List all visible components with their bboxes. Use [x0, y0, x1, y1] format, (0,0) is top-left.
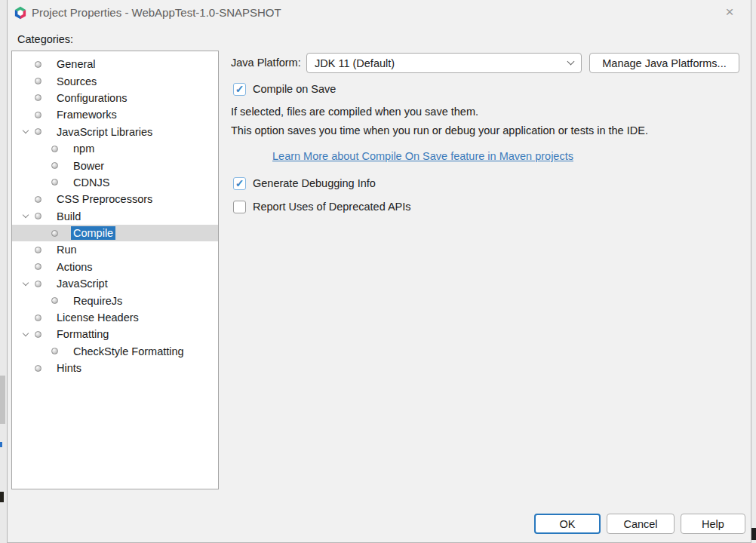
category-bullet-icon [51, 348, 58, 354]
tree-item[interactable]: Configurations [12, 90, 218, 106]
cancel-button[interactable]: Cancel [607, 514, 675, 534]
java-platform-label: Java Platform: [231, 53, 301, 73]
tree-item-label: npm [71, 142, 97, 155]
chevron-down-icon [567, 58, 575, 66]
help-button[interactable]: Help [681, 514, 745, 534]
tree-item-label: CSS Preprocessors [54, 192, 155, 206]
category-bullet-icon [35, 314, 41, 321]
category-bullet-icon [35, 281, 41, 287]
compile-on-save-label: Compile on Save [253, 83, 336, 95]
chevron-down-icon[interactable] [17, 130, 35, 133]
ok-button[interactable]: OK [534, 514, 601, 534]
tree-item-label: Compile [71, 226, 115, 240]
tree-item[interactable]: CDNJS [12, 174, 218, 191]
tree-item[interactable]: Run [12, 241, 218, 258]
category-bullet-icon [35, 247, 41, 253]
tree-item[interactable]: Build [12, 208, 218, 225]
category-bullet-icon [35, 263, 41, 270]
category-bullet-icon [35, 112, 41, 118]
compile-on-save-checkbox[interactable]: ✓ [233, 83, 246, 96]
tree-item[interactable]: RequireJs [12, 292, 218, 308]
learn-more-link[interactable]: Learn More about Compile On Save feature… [272, 150, 573, 162]
tree-item-label: Bower [71, 159, 106, 173]
category-bullet-icon [51, 230, 58, 237]
background-app-strip [0, 0, 7, 543]
tree-item-label: Formatting [54, 327, 111, 341]
category-bullet-icon [35, 213, 41, 219]
title-bar: Project Properties - WebAppTest-1.0-SNAP… [8, 0, 751, 27]
category-bullet-icon [35, 94, 41, 101]
background-corner [751, 528, 756, 540]
tree-item[interactable]: General [12, 56, 218, 72]
report-deprecated-row: ✓ Report Uses of Deprecated APIs [233, 199, 411, 214]
category-bullet-icon [35, 61, 41, 68]
chevron-down-icon[interactable] [17, 333, 35, 336]
category-bullet-icon [51, 179, 58, 186]
generate-debugging-checkbox[interactable]: ✓ [233, 177, 246, 190]
tree-item-label: JavaScript [54, 277, 110, 290]
tree-item-label: Actions [54, 260, 95, 274]
tree-item[interactable]: Frameworks [12, 106, 218, 123]
category-bullet-icon [35, 78, 41, 84]
generate-debugging-label: Generate Debugging Info [253, 177, 376, 189]
background-scrollbar-thumb [0, 376, 5, 424]
compile-on-save-row: ✓ Compile on Save [233, 81, 336, 97]
java-platform-value: JDK 11 (Default) [315, 57, 568, 69]
tree-item-label: Run [54, 243, 79, 256]
tree-item[interactable]: JavaScript [12, 275, 218, 292]
tree-item[interactable]: Formatting [12, 326, 218, 342]
category-bullet-icon [51, 297, 58, 304]
tree-item-label: RequireJs [71, 294, 124, 308]
tree-item[interactable]: CheckStyle Formatting [12, 343, 218, 360]
tree-item-label: License Headers [54, 311, 141, 324]
tree-item[interactable]: Bower [12, 157, 218, 173]
tree-item[interactable]: Compile [12, 225, 218, 241]
category-bullet-icon [35, 128, 41, 135]
report-deprecated-checkbox[interactable]: ✓ [233, 201, 246, 213]
background-speck [0, 492, 4, 502]
tree-item[interactable]: License Headers [12, 309, 218, 326]
info-text-line1: If selected, files are compiled when you… [231, 106, 478, 118]
close-icon[interactable]: × [721, 4, 739, 20]
tree-item[interactable]: Hints [12, 360, 218, 376]
tree-item-label: General [54, 57, 98, 71]
tree-item[interactable]: CSS Preprocessors [12, 191, 218, 207]
window-title: Project Properties - WebAppTest-1.0-SNAP… [32, 6, 281, 19]
tree-item-label: Frameworks [54, 108, 119, 121]
tree-item-label: CheckStyle Formatting [71, 345, 186, 358]
checkmark-icon: ✓ [235, 178, 244, 189]
tree-item-label: Configurations [54, 91, 130, 105]
netbeans-logo-icon [14, 6, 27, 20]
tree-item-label: JavaScript Libraries [54, 125, 155, 139]
chevron-down-icon[interactable] [17, 215, 35, 217]
category-bullet-icon [35, 331, 41, 338]
generate-debugging-row: ✓ Generate Debugging Info [233, 176, 376, 191]
screen: Project Properties - WebAppTest-1.0-SNAP… [0, 0, 756, 543]
tree-item[interactable]: npm [12, 140, 218, 157]
report-deprecated-label: Report Uses of Deprecated APIs [253, 201, 411, 213]
info-text-line2: This option saves you time when you run … [231, 124, 648, 137]
tree-item[interactable]: Sources [12, 72, 218, 89]
tree-item-label: CDNJS [71, 176, 112, 189]
categories-label: Categories: [17, 33, 73, 45]
tree-item[interactable]: Actions [12, 259, 218, 275]
project-properties-dialog: Project Properties - WebAppTest-1.0-SNAP… [7, 0, 751, 543]
category-bullet-icon [51, 146, 58, 152]
categories-tree: General Sources Configurations Framework… [11, 51, 219, 489]
tree-item-label: Build [54, 210, 83, 223]
java-platform-select[interactable]: JDK 11 (Default) [306, 53, 582, 73]
tree-item[interactable]: JavaScript Libraries [12, 124, 218, 140]
background-speck [0, 442, 2, 447]
manage-java-platforms-button[interactable]: Manage Java Platforms... [589, 53, 739, 73]
category-bullet-icon [35, 365, 41, 372]
checkmark-icon: ✓ [235, 84, 244, 94]
tree-item-label: Sources [54, 75, 99, 88]
category-bullet-icon [35, 196, 41, 203]
category-bullet-icon [51, 162, 58, 169]
chevron-down-icon[interactable] [17, 283, 35, 285]
tree-item-label: Hints [54, 361, 84, 375]
